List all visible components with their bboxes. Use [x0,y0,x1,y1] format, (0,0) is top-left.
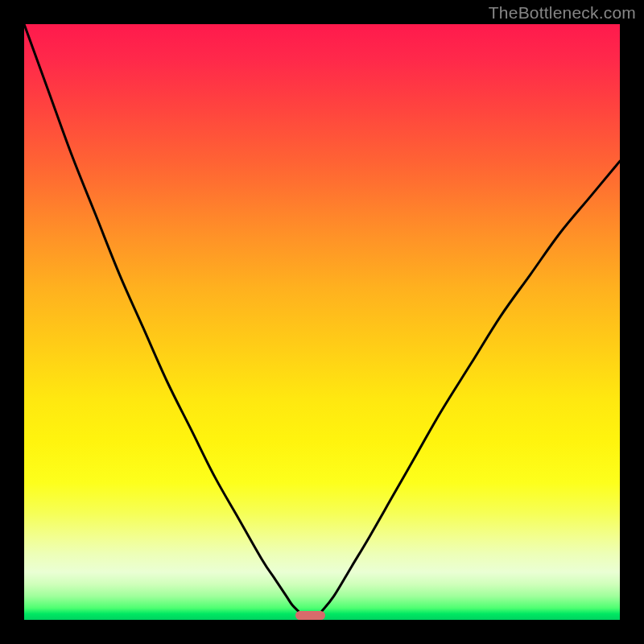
curve-svg [24,24,620,620]
chart-frame: TheBottleneck.com [0,0,644,644]
right-curve [322,161,620,611]
bottleneck-marker [295,611,325,620]
plot-area [24,24,620,620]
watermark-text: TheBottleneck.com [489,3,636,23]
left-curve [24,24,298,611]
